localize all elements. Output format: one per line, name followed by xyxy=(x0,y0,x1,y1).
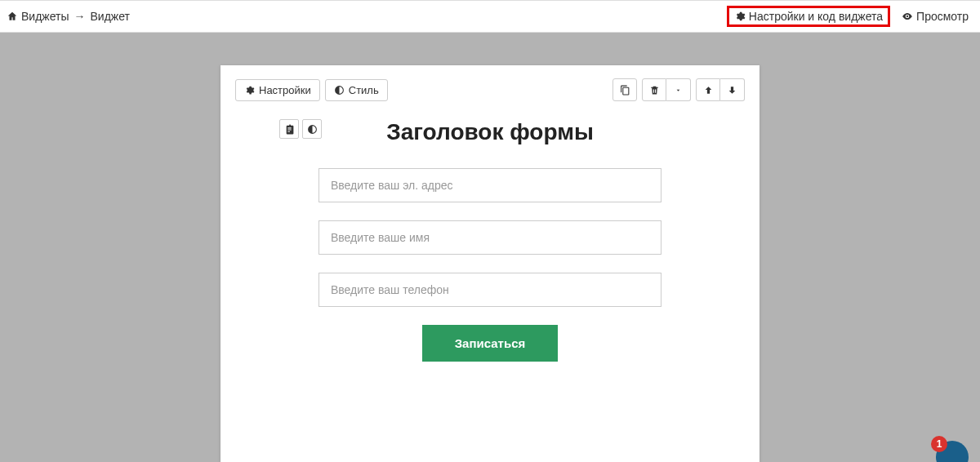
card-toolbar: Настройки Стиль xyxy=(235,78,745,101)
card-settings-button[interactable]: Настройки xyxy=(235,79,320,101)
copy-icon xyxy=(620,85,630,96)
card-style-label: Стиль xyxy=(349,84,379,96)
preview-label: Просмотр xyxy=(916,10,969,23)
form-area: Заголовок формы Записаться xyxy=(235,119,745,362)
notification-circle-icon: 1 xyxy=(936,441,969,462)
settings-and-code-button[interactable]: Настройки и код виджета xyxy=(727,6,890,27)
form-title[interactable]: Заголовок формы xyxy=(284,119,696,145)
toolbar-right xyxy=(612,78,745,101)
notification-count-badge: 1 xyxy=(931,436,947,452)
name-input[interactable] xyxy=(318,220,662,255)
breadcrumb-current: Виджет xyxy=(91,10,130,23)
editor-card: Настройки Стиль xyxy=(220,65,760,462)
copy-button[interactable] xyxy=(612,78,637,101)
move-up-button[interactable] xyxy=(696,78,720,101)
contrast-icon xyxy=(334,85,345,96)
breadcrumb: Виджеты → Виджет xyxy=(7,10,130,23)
editor-stage: Настройки Стиль xyxy=(0,33,980,462)
block-side-controls xyxy=(279,119,322,139)
gear-icon xyxy=(244,85,255,96)
delete-dropdown-button[interactable] xyxy=(666,78,691,101)
eye-icon xyxy=(902,11,913,22)
top-bar: Виджеты → Виджет Настройки и код виджета… xyxy=(0,0,980,33)
trash-icon xyxy=(649,85,660,96)
card-style-button[interactable]: Стиль xyxy=(325,79,388,101)
contrast-icon xyxy=(307,124,318,135)
preview-button[interactable]: Просмотр xyxy=(897,7,973,26)
card-settings-label: Настройки xyxy=(259,84,311,96)
arrow-up-icon xyxy=(703,85,714,96)
move-down-button[interactable] xyxy=(720,78,745,101)
clipboard-icon xyxy=(284,124,295,135)
notification-widget[interactable]: 1 xyxy=(936,441,969,462)
arrow-down-icon xyxy=(727,85,737,96)
caret-down-icon xyxy=(675,87,682,94)
block-style-button[interactable] xyxy=(302,119,322,139)
delete-button[interactable] xyxy=(642,78,666,101)
block-settings-button[interactable] xyxy=(279,119,299,139)
settings-and-code-label: Настройки и код виджета xyxy=(749,10,883,23)
home-icon xyxy=(7,11,18,22)
submit-button[interactable]: Записаться xyxy=(422,325,559,362)
phone-input[interactable] xyxy=(318,273,662,307)
breadcrumb-separator: → xyxy=(74,10,86,23)
breadcrumb-root[interactable]: Виджеты xyxy=(21,10,69,23)
gear-icon xyxy=(734,11,746,22)
topbar-right: Настройки и код виджета Просмотр xyxy=(727,6,973,27)
email-input[interactable] xyxy=(318,168,662,202)
toolbar-left: Настройки Стиль xyxy=(235,79,388,101)
